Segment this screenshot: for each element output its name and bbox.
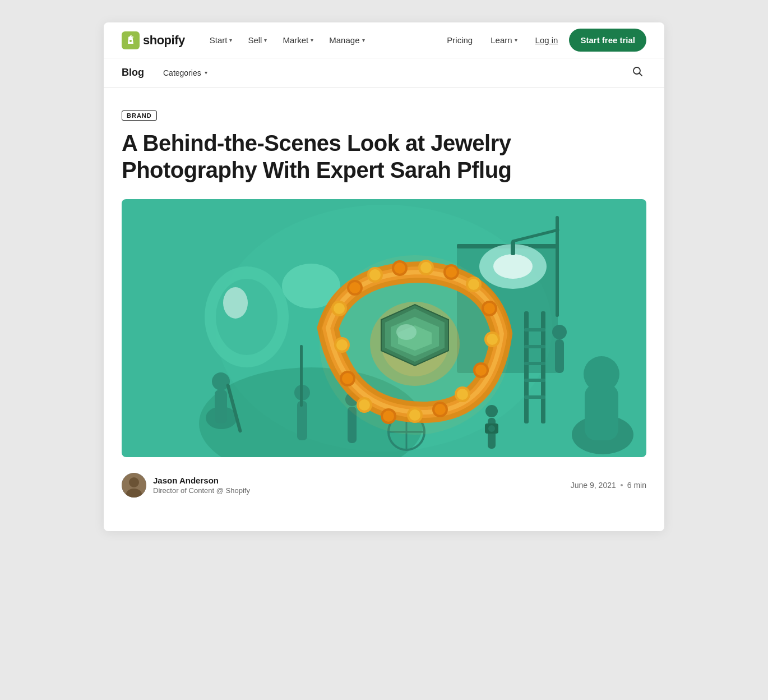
svg-point-40 bbox=[552, 325, 567, 339]
svg-rect-11 bbox=[524, 345, 545, 348]
main-nav: shopify Start ▾ Sell ▾ Market ▾ Manage ▾… bbox=[104, 22, 664, 58]
blog-title: Blog bbox=[122, 67, 144, 79]
article-date: June 9, 2021 bbox=[571, 481, 616, 490]
sell-chevron-icon: ▾ bbox=[264, 37, 267, 43]
nav-left-links: Start ▾ Sell ▾ Market ▾ Manage ▾ bbox=[203, 31, 441, 49]
author-info: Jason Anderson Director of Content @ Sho… bbox=[122, 473, 250, 498]
blog-search-icon[interactable] bbox=[628, 62, 646, 83]
author-row: Jason Anderson Director of Content @ Sho… bbox=[122, 473, 646, 498]
svg-point-16 bbox=[493, 254, 533, 279]
article-title: A Behind-the-Scenes Look at Jewelry Phot… bbox=[122, 130, 514, 183]
shopify-bag-icon bbox=[122, 31, 140, 49]
nav-market[interactable]: Market ▾ bbox=[276, 31, 320, 49]
nav-sell[interactable]: Sell ▾ bbox=[241, 31, 274, 49]
author-avatar bbox=[122, 473, 146, 498]
svg-point-21 bbox=[216, 279, 277, 355]
categories-label: Categories bbox=[163, 68, 201, 77]
blog-subnav: Blog Categories ▾ bbox=[104, 58, 664, 88]
svg-point-44 bbox=[488, 425, 495, 432]
author-role: Director of Content @ Shopify bbox=[153, 486, 250, 495]
nav-right-links: Pricing Learn ▾ Log in Start free trial bbox=[440, 29, 646, 52]
categories-dropdown[interactable]: Categories ▾ bbox=[158, 65, 213, 81]
market-chevron-icon: ▾ bbox=[311, 37, 313, 43]
svg-rect-25 bbox=[215, 390, 227, 423]
svg-rect-17 bbox=[511, 241, 515, 255]
nav-manage[interactable]: Manage ▾ bbox=[322, 31, 371, 49]
categories-chevron-icon: ▾ bbox=[205, 70, 207, 76]
meta-separator bbox=[621, 484, 623, 486]
svg-rect-37 bbox=[585, 384, 618, 440]
svg-line-2 bbox=[640, 73, 642, 76]
svg-rect-19 bbox=[556, 216, 559, 317]
svg-rect-0 bbox=[122, 31, 140, 49]
hero-image bbox=[122, 199, 646, 457]
learn-chevron-icon: ▾ bbox=[515, 37, 517, 43]
svg-point-38 bbox=[584, 356, 619, 392]
svg-rect-12 bbox=[524, 362, 545, 365]
svg-point-42 bbox=[485, 405, 498, 417]
manage-chevron-icon: ▾ bbox=[362, 37, 365, 43]
pricing-link[interactable]: Pricing bbox=[440, 31, 479, 49]
svg-point-22 bbox=[223, 287, 248, 319]
main-content: BRAND A Behind-the-Scenes Look at Jewelr… bbox=[104, 88, 664, 531]
nav-start[interactable]: Start ▾ bbox=[203, 31, 239, 49]
author-name: Jason Anderson bbox=[153, 476, 250, 485]
svg-point-87 bbox=[320, 255, 510, 435]
svg-rect-13 bbox=[524, 379, 545, 382]
start-chevron-icon: ▾ bbox=[229, 37, 232, 43]
article-tag: BRAND bbox=[122, 110, 157, 121]
page-wrapper: shopify Start ▾ Sell ▾ Market ▾ Manage ▾… bbox=[104, 22, 664, 531]
svg-rect-28 bbox=[297, 401, 307, 440]
svg-rect-14 bbox=[524, 395, 545, 399]
svg-rect-30 bbox=[300, 345, 303, 407]
svg-point-89 bbox=[129, 477, 139, 487]
article-read-time: 6 min bbox=[627, 481, 646, 490]
start-trial-button[interactable]: Start free trial bbox=[569, 29, 646, 52]
shopify-logo[interactable]: shopify bbox=[122, 31, 185, 49]
svg-rect-10 bbox=[524, 328, 545, 331]
article-meta: June 9, 2021 6 min bbox=[571, 481, 646, 490]
logo-text: shopify bbox=[143, 33, 185, 48]
learn-link[interactable]: Learn ▾ bbox=[484, 31, 524, 49]
svg-rect-39 bbox=[555, 339, 564, 373]
login-link[interactable]: Log in bbox=[529, 31, 565, 49]
author-details: Jason Anderson Director of Content @ Sho… bbox=[153, 476, 250, 495]
